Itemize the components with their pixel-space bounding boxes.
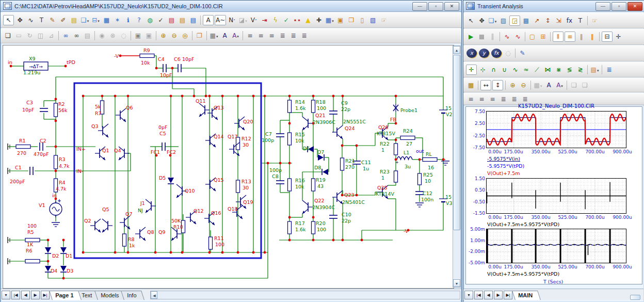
condition-check-icon[interactable]: ✓ (281, 15, 291, 25)
align-middle-icon[interactable]: ≣ (509, 94, 519, 104)
stripes-v-icon[interactable]: ⦀ (553, 31, 564, 42)
grid-dropdown[interactable]: ▦▾ (533, 80, 543, 90)
wave2-icon[interactable]: ≈ (521, 65, 531, 75)
attribute-text-toggle[interactable]: A (203, 15, 214, 25)
bring-front-icon[interactable]: ❏ (569, 80, 579, 90)
help-icon[interactable]: ? (134, 15, 144, 25)
cross-cursor-icon[interactable]: ✛ (614, 31, 623, 42)
web-icon[interactable]: ◍ (145, 15, 155, 25)
cross-axes-icon[interactable]: ✚ (314, 15, 324, 25)
schematic-hscrollbar[interactable]: ◀ (150, 291, 460, 299)
branch-icon[interactable]: ⋇ (554, 65, 564, 75)
align-right-icon[interactable]: ≡ (267, 30, 277, 41)
zoom-out-icon[interactable]: ⊖ (519, 80, 528, 90)
checkbox-icon[interactable]: ✓ (156, 15, 166, 25)
component-icon[interactable]: ▤ (69, 15, 79, 25)
stop-button[interactable]: ■ (477, 31, 487, 42)
wire-tool[interactable]: ✎ (47, 15, 57, 25)
node-numbers-toggle[interactable]: N· (227, 15, 237, 25)
shapes-tool[interactable]: ❑▾ (488, 15, 497, 26)
title-block-icon[interactable]: ❒ (346, 15, 356, 25)
flowchart-tool[interactable]: ⊟▾ (91, 15, 101, 25)
scope-icon[interactable]: ▩ (521, 15, 531, 26)
text-tool[interactable]: T (575, 15, 585, 26)
helper-hand-icon[interactable]: ☞ (379, 15, 389, 25)
wand-icon[interactable]: ✶ (112, 15, 122, 25)
color-font-icon[interactable]: A▾ (231, 30, 240, 41)
plot-nav-1[interactable]: |◀ (474, 291, 483, 299)
bring-front-icon[interactable]: ▣ (133, 30, 143, 41)
plot-nav-0[interactable]: ▾ (464, 291, 473, 299)
plot-nav-2[interactable]: ◀ (484, 291, 493, 299)
data-point-icon[interactable]: ⊹ (478, 65, 488, 75)
y-axis-button[interactable]: y (479, 49, 489, 58)
bars-v-icon[interactable]: ∥ (576, 31, 586, 42)
align-bottom-icon[interactable]: ≣ (520, 94, 530, 104)
vscroll-thumb[interactable] (453, 55, 460, 230)
family-icon[interactable]: ≶ (565, 65, 574, 75)
page-nav-2[interactable]: ◀ (21, 291, 30, 299)
warning-triangle-icon[interactable]: ▲ (303, 15, 313, 25)
stop-circle-icon[interactable]: ⊗ (108, 30, 118, 41)
family2-icon[interactable]: ≷ (575, 65, 585, 75)
zoom-select-icon[interactable]: ◲ (509, 15, 520, 26)
align-top-icon[interactable]: ≣ (278, 30, 287, 41)
sheet-icon[interactable]: ▤ (178, 15, 187, 25)
find-next-icon[interactable]: ∞ (72, 30, 82, 41)
page-nav-0[interactable]: ▾ (2, 291, 10, 299)
schematic-vscrollbar[interactable]: ▲ ▼ (453, 45, 461, 288)
scroll-down-button[interactable]: ▼ (453, 279, 460, 287)
grid-dropdown[interactable]: ▦▾ (209, 30, 219, 41)
pan-tool[interactable]: ✥ (15, 15, 25, 25)
minimize-button[interactable]: — (412, 2, 427, 11)
spreadsheet-icon[interactable]: ▦ (102, 15, 111, 25)
limits-box-icon[interactable]: ▢ (527, 31, 537, 42)
properties-icon[interactable]: ☞ (590, 15, 600, 26)
more-circle-icon[interactable]: ◌ (119, 30, 128, 41)
zoom-out-icon[interactable]: ⊖ (169, 30, 179, 41)
send-back-icon[interactable]: ▣ (144, 30, 154, 41)
fx-button[interactable]: fx (491, 49, 502, 58)
paste-icon[interactable]: ▤▾ (590, 65, 600, 75)
schematic-titlebar[interactable]: C:\MC12\DATA\Petrov\HeadAMP\K157UD2_Neul… (1, 1, 461, 12)
sheet-edit-icon[interactable]: ▤ (188, 15, 198, 25)
peak-icon[interactable]: ∩ (489, 65, 498, 75)
edit-page-icon[interactable]: ✎ (518, 48, 527, 58)
red-curve-icon[interactable]: ∿ (502, 31, 512, 42)
scale-corner-icon[interactable]: ⇲ (554, 15, 564, 26)
scale-y-icon[interactable]: ↕ (543, 15, 553, 26)
close-button[interactable]: ✕ (627, 2, 642, 11)
flip-icon[interactable]: ⊿ (46, 30, 56, 41)
close-button[interactable]: ✕ (444, 2, 459, 11)
plot-nav-4[interactable]: ▶| (504, 291, 512, 299)
stripes-h-icon[interactable]: ≡ (565, 31, 575, 42)
cursor-mode-icon[interactable]: ✛ (466, 65, 477, 75)
zoom-100-icon[interactable]: ◎ (180, 30, 190, 41)
restore-button[interactable]: ▫ (611, 2, 626, 11)
schematic-canvas[interactable]: +→ΔT→inX9tPD1.219u-VR910kC410pFC610pFC31… (3, 45, 453, 287)
select-tool[interactable]: ↖ (3, 15, 14, 25)
bars-v2-icon[interactable]: ∥ (587, 31, 597, 42)
pause-button[interactable]: ‖ (488, 31, 497, 42)
zoom-in-icon[interactable]: ⊕ (158, 30, 168, 41)
scale-x-icon[interactable]: ↗ (532, 15, 542, 26)
page-nav-1[interactable]: |◀ (11, 291, 20, 299)
page-flip-icon[interactable]: ❐ (195, 30, 204, 41)
align-left-icon[interactable]: ≡ (245, 30, 255, 41)
send-back-icon[interactable]: ❏ (580, 80, 590, 90)
run-button[interactable]: ▶ (466, 31, 476, 42)
tab-main[interactable]: MAIN (512, 291, 541, 300)
sheet-cancel-icon[interactable]: ▤ (167, 15, 176, 25)
align-middle-icon[interactable]: ≣ (288, 30, 298, 41)
slope-icon[interactable]: ⟋ (532, 65, 542, 75)
zoom-in-icon[interactable]: ⊕ (508, 80, 518, 90)
tab-info[interactable]: Info (121, 291, 144, 300)
pan-tool[interactable]: ✥ (477, 15, 487, 26)
gray-pair-icon[interactable]: ◪▾ (238, 15, 248, 25)
pin-connection-icon[interactable]: ∙∙ (292, 15, 302, 25)
fx-icon[interactable]: fx (565, 15, 574, 26)
diagonal-wire-tool[interactable]: ✐ (58, 15, 68, 25)
waveform-probe-icon[interactable]: ∿ (26, 15, 36, 25)
font-icon[interactable]: A (220, 30, 230, 41)
analysis-hscroll-thumb[interactable] (630, 295, 640, 300)
